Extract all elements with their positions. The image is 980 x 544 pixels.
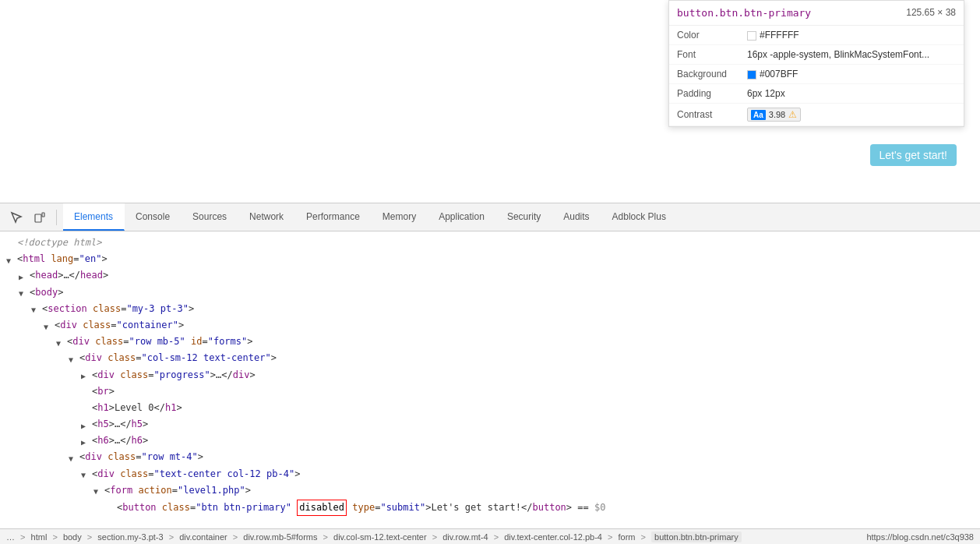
tab-adblock[interactable]: Adblock Plus	[601, 203, 678, 231]
tooltip-row-padding: Padding 6px 12px	[669, 84, 964, 104]
dom-line-button[interactable]: <button class="btn btn-primary" disabled…	[0, 499, 980, 517]
tooltip-value-background: #007BFF	[747, 69, 956, 79]
element-tooltip: 125.65 × 38 button.btn.btn-primary Color…	[668, 0, 964, 127]
tooltip-label-contrast: Contrast	[677, 109, 747, 120]
breadcrumb-section: section.my-3.pt-3	[97, 532, 163, 542]
triangle-head[interactable]	[19, 271, 28, 281]
tooltip-value-contrast: Aa 3.98 ⚠	[747, 108, 956, 122]
tab-audits-label: Audits	[563, 211, 589, 222]
triangle-form[interactable]	[93, 486, 103, 495]
tab-security[interactable]: Security	[496, 203, 552, 231]
tooltip-label-background: Background	[677, 69, 747, 79]
color-swatch-blue	[747, 70, 756, 79]
tooltip-selector: button.btn.btn-primary	[677, 7, 811, 19]
devtools-tabs: Elements Console Sources Network Perform…	[63, 203, 974, 231]
tab-elements-label: Elements	[74, 211, 113, 222]
devtools-toolbar: Elements Console Sources Network Perform…	[0, 203, 980, 231]
tab-memory-label: Memory	[382, 211, 416, 222]
devtools-statusbar: … > html > body > section.my-3.pt-3 > di…	[0, 528, 980, 544]
dom-line-doctype: <!doctype html>	[0, 235, 980, 251]
toolbar-separator	[56, 210, 57, 225]
lets-get-start-button-preview[interactable]: Let's get start!	[870, 144, 957, 166]
triangle-h5[interactable]	[81, 420, 90, 429]
dom-line-section[interactable]: <section class="my-3 pt-3" >	[0, 301, 980, 317]
breadcrumb-col-sm: div.col-sm-12.text-center	[333, 532, 427, 542]
page-content: 本站需要使用IP地址寻 如有Bug欢迎联 为了拼个炸 最后祝 Made by G…	[0, 0, 980, 203]
devtools-panel: Elements Console Sources Network Perform…	[0, 203, 980, 544]
tab-audits[interactable]: Audits	[552, 203, 601, 231]
tab-performance-label: Performance	[306, 211, 360, 222]
dom-line-col-sm[interactable]: <div class="col-sm-12 text-center" >	[0, 350, 980, 366]
dom-line-row-mb5[interactable]: <div class="row mb-5" id="forms" >	[0, 334, 980, 350]
dom-line-row-mt4[interactable]: <div class="row mt-4" >	[0, 449, 980, 465]
dom-line-h6[interactable]: <h6> … </h6>	[0, 433, 980, 449]
triangle-body[interactable]	[19, 288, 28, 297]
triangle-row-mt4[interactable]	[69, 453, 78, 462]
tab-application-label: Application	[439, 211, 485, 222]
statusbar-url: https://blog.csdn.net/c3q938	[866, 532, 974, 542]
tooltip-row-background: Background #007BFF	[669, 65, 964, 84]
triangle-container[interactable]	[44, 321, 53, 330]
svg-rect-0	[35, 214, 41, 222]
dom-line-h1[interactable]: <h1> Level 0 </h1>	[0, 400, 980, 416]
tooltip-size: 125.65 × 38	[906, 7, 956, 18]
equals-equals-sign: ==	[572, 500, 594, 515]
devtools-content[interactable]: <!doctype html> <html lang="en" > <head>…	[0, 231, 980, 528]
tooltip-value-font: 16px -apple-system, BlinkMacSystemFont..…	[747, 49, 956, 60]
tooltip-value-padding: 6px 12px	[747, 88, 956, 99]
breadcrumb-text-center: div.text-center.col-12.pb-4	[504, 532, 602, 542]
tab-console-label: Console	[136, 211, 170, 222]
tab-sources[interactable]: Sources	[182, 203, 238, 231]
contrast-value: 3.98	[769, 110, 785, 119]
triangle-section[interactable]	[31, 304, 41, 313]
select-element-icon[interactable]	[6, 207, 26, 228]
device-toolbar-icon[interactable]	[30, 207, 50, 228]
tab-sources-label: Sources	[192, 211, 227, 222]
breadcrumb-row-forms: div.row.mb-5#forms	[243, 532, 317, 542]
triangle-h6[interactable]	[81, 436, 90, 446]
tooltip-label-color: Color	[677, 30, 747, 41]
tooltip-row-contrast: Contrast Aa 3.98 ⚠	[669, 104, 964, 126]
tab-console[interactable]: Console	[125, 203, 182, 231]
dom-line-form[interactable]: <form action="level1.php" >	[0, 482, 980, 499]
color-swatch-white	[747, 31, 756, 41]
tab-network[interactable]: Network	[238, 203, 295, 231]
tooltip-label-padding: Padding	[677, 88, 747, 99]
triangle-progress[interactable]	[81, 370, 90, 380]
breadcrumb: … > html > body > section.my-3.pt-3 > di…	[6, 532, 742, 542]
breadcrumb-html: html	[31, 532, 48, 542]
dom-line-body[interactable]: <body>	[0, 284, 980, 301]
tab-security-label: Security	[507, 211, 541, 222]
tooltip-value-color: #FFFFFF	[747, 30, 956, 41]
tab-elements[interactable]: Elements	[63, 203, 125, 231]
breadcrumb-form: form	[619, 532, 636, 542]
doctype-text: <!doctype html>	[17, 235, 101, 250]
aa-indicator: Aa	[751, 110, 766, 120]
tooltip-row-color: Color #FFFFFF	[669, 26, 964, 45]
triangle-row-mb5[interactable]	[56, 337, 65, 347]
dom-line-head[interactable]: <head> … </head>	[0, 267, 980, 284]
triangle-html[interactable]	[6, 255, 16, 264]
dom-line-br[interactable]: <br>	[0, 383, 980, 400]
tab-memory[interactable]: Memory	[372, 203, 428, 231]
breadcrumb-dots: …	[6, 532, 15, 542]
breadcrumb-body: body	[63, 532, 82, 542]
tab-performance[interactable]: Performance	[295, 203, 372, 231]
svg-rect-1	[42, 213, 44, 217]
dollar-zero: $0	[594, 500, 605, 515]
tab-application[interactable]: Application	[428, 203, 496, 231]
dom-line-html[interactable]: <html lang="en" >	[0, 251, 980, 267]
tooltip-row-font: Font 16px -apple-system, BlinkMacSystemF…	[669, 45, 964, 65]
dom-line-h5[interactable]: <h5> … </h5>	[0, 416, 980, 433]
dom-line-container[interactable]: <div class="container" >	[0, 317, 980, 334]
disabled-attribute-highlight: disabled	[297, 500, 347, 516]
dom-line-text-center-col[interactable]: <div class="text-center col-12 pb-4" >	[0, 466, 980, 482]
tab-adblock-label: Adblock Plus	[612, 211, 666, 222]
breadcrumb-container: div.container	[179, 532, 227, 542]
warning-icon: ⚠	[788, 109, 797, 120]
triangle-col-sm[interactable]	[69, 354, 78, 363]
dom-line-progress[interactable]: <div class="progress" > … </div>	[0, 367, 980, 383]
button-preview-area: Let's get start!	[870, 144, 957, 166]
tooltip-label-font: Font	[677, 49, 747, 60]
triangle-text-center[interactable]	[81, 469, 90, 479]
